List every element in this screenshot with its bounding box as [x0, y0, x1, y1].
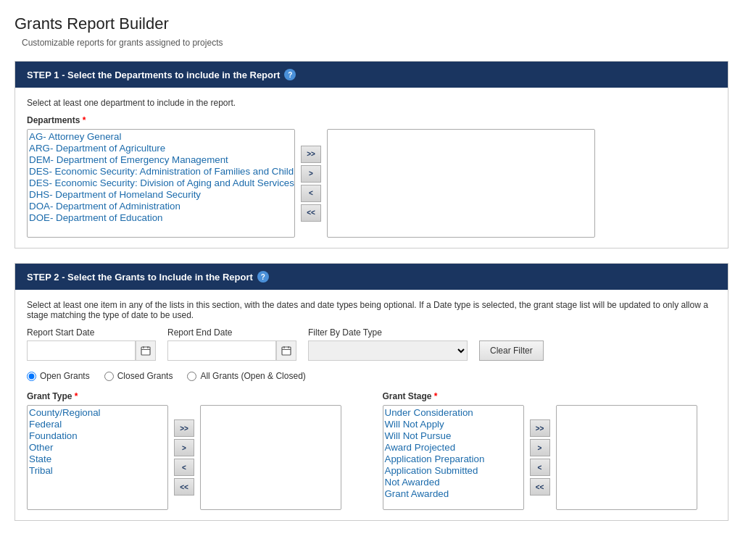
svg-rect-4 — [282, 347, 291, 355]
radio-all-grants-label[interactable]: All Grants (Open & Closed) — [187, 371, 305, 381]
step2-header-text: STEP 2 - Select the Grants to Include in… — [27, 272, 253, 283]
move-all-right-btn[interactable]: >> — [301, 146, 321, 163]
radio-closed-grants-text: Closed Grants — [117, 371, 173, 381]
grant-stage-dual-listbox: Under ConsiderationWill Not ApplyWill No… — [383, 405, 717, 510]
step2-instruction: Select at least one item in any of the l… — [27, 300, 716, 320]
grant-stage-move-left-btn[interactable]: < — [530, 459, 550, 476]
end-date-input-wrap — [167, 340, 296, 361]
step1-help-icon[interactable]: ? — [284, 69, 296, 80]
grant-status-radio-group: Open Grants Closed Grants All Grants (Op… — [27, 371, 716, 381]
grant-stage-move-all-right-btn[interactable]: >> — [530, 419, 550, 437]
grant-type-move-right-btn[interactable]: > — [174, 439, 194, 456]
end-date-calendar-btn[interactable] — [276, 340, 296, 361]
departments-transfer-buttons: >> > < << — [298, 146, 324, 222]
grant-stage-transfer-buttons: >> > < << — [527, 419, 553, 496]
end-date-label: Report End Date — [167, 327, 296, 338]
end-date-input[interactable] — [167, 340, 276, 361]
svg-rect-0 — [141, 347, 150, 355]
step1-header: STEP 1 - Select the Departments to inclu… — [15, 62, 728, 88]
step2-header: STEP 2 - Select the Grants to Include in… — [15, 264, 728, 290]
grant-stage-move-right-btn[interactable]: > — [530, 439, 550, 456]
grant-stage-col: Grant Stage * Under ConsiderationWill No… — [383, 391, 717, 510]
step2-help-icon[interactable]: ? — [257, 271, 269, 283]
start-date-input-wrap — [27, 340, 156, 361]
radio-open-grants[interactable] — [27, 372, 36, 381]
start-date-label: Report Start Date — [27, 327, 156, 338]
move-left-btn[interactable]: < — [301, 185, 321, 202]
step2-body: Select at least one item in any of the l… — [15, 290, 728, 520]
start-date-calendar-btn[interactable] — [136, 340, 156, 361]
grant-type-source-container: County/RegionalFederalFoundationOtherSta… — [27, 405, 168, 510]
filter-type-field: Filter By Date Type — [308, 327, 468, 361]
filter-by-date-label: Filter By Date Type — [308, 327, 468, 338]
page-title: Grants Report Builder — [14, 14, 729, 33]
departments-source-list[interactable]: AG- Attorney GeneralARG- Department of A… — [27, 129, 295, 238]
grant-stage-move-all-left-btn[interactable]: << — [530, 478, 550, 496]
grant-type-dest-container — [200, 405, 341, 510]
grant-type-required: * — [75, 391, 78, 401]
departments-source-container: AG- Attorney GeneralARG- Department of A… — [27, 129, 295, 238]
grant-stage-required: * — [434, 391, 438, 401]
clear-filter-button[interactable]: Clear Filter — [479, 340, 544, 361]
date-row: Report Start Date Report End Date — [27, 327, 716, 361]
filter-by-date-select[interactable] — [308, 340, 468, 361]
step1-header-text: STEP 1 - Select the Departments to inclu… — [27, 70, 280, 80]
grant-stage-source-list[interactable]: Under ConsiderationWill Not ApplyWill No… — [383, 405, 524, 510]
grant-type-move-all-right-btn[interactable]: >> — [174, 419, 194, 437]
grants-columns: Grant Type * County/RegionalFederalFound… — [27, 391, 716, 510]
grant-type-move-left-btn[interactable]: < — [174, 459, 194, 476]
grant-stage-label: Grant Stage * — [383, 391, 717, 401]
radio-closed-grants-label[interactable]: Closed Grants — [104, 371, 173, 381]
departments-dual-listbox: AG- Attorney GeneralARG- Department of A… — [27, 129, 716, 238]
required-star: * — [83, 115, 86, 125]
departments-label: Departments * — [27, 115, 716, 125]
departments-dest-list[interactable] — [327, 129, 595, 238]
grant-type-move-all-left-btn[interactable]: << — [174, 478, 194, 496]
grant-type-source-list[interactable]: County/RegionalFederalFoundationOtherSta… — [27, 405, 168, 510]
grant-type-dual-listbox: County/RegionalFederalFoundationOtherSta… — [27, 405, 361, 510]
grant-type-dest-list[interactable] — [200, 405, 341, 510]
grant-stage-source-container: Under ConsiderationWill Not ApplyWill No… — [383, 405, 524, 510]
radio-all-grants[interactable] — [187, 372, 196, 381]
move-all-left-btn[interactable]: << — [301, 204, 321, 222]
grant-type-col: Grant Type * County/RegionalFederalFound… — [27, 391, 361, 510]
start-date-input[interactable] — [27, 340, 136, 361]
grant-stage-dest-container — [556, 405, 697, 510]
move-right-btn[interactable]: > — [301, 165, 321, 183]
step1-body: Select at least one department to includ… — [15, 88, 728, 248]
grant-stage-dest-list[interactable] — [556, 405, 697, 510]
radio-closed-grants[interactable] — [104, 372, 114, 381]
grant-type-transfer-buttons: >> > < << — [171, 419, 197, 496]
radio-open-grants-label[interactable]: Open Grants — [27, 371, 90, 381]
departments-dest-container — [327, 129, 595, 238]
step1-instruction: Select at least one department to includ… — [27, 98, 716, 108]
start-date-field: Report Start Date — [27, 327, 156, 361]
page-subtitle: Customizable reports for grants assigned… — [22, 38, 729, 48]
radio-all-grants-text: All Grants (Open & Closed) — [200, 371, 305, 381]
radio-open-grants-text: Open Grants — [40, 371, 90, 381]
step1-section: STEP 1 - Select the Departments to inclu… — [14, 61, 729, 248]
step2-section: STEP 2 - Select the Grants to Include in… — [14, 263, 729, 521]
grant-type-label: Grant Type * — [27, 391, 361, 401]
end-date-field: Report End Date — [167, 327, 296, 361]
